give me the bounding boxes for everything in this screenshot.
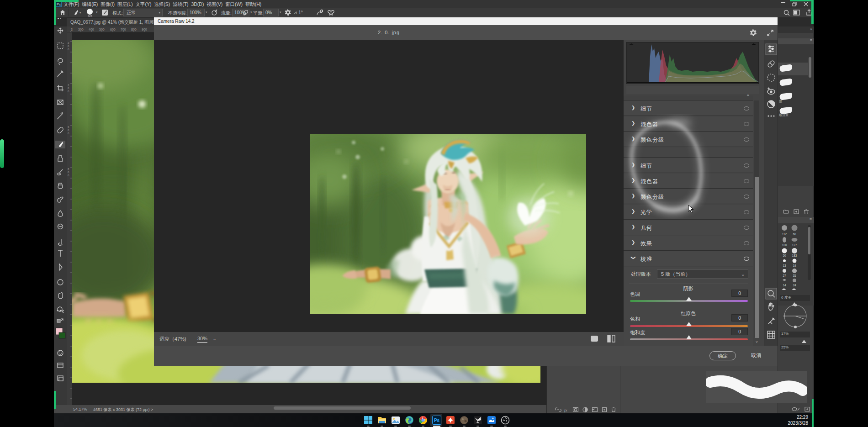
svg-text:60: 60: [793, 232, 796, 236]
svg-text:3: 3: [71, 28, 73, 31]
svg-text:0: 0: [68, 129, 69, 132]
svg-text:13: 13: [783, 264, 786, 267]
svg-text:2: 2: [68, 42, 69, 44]
svg-text:0: 0: [68, 90, 69, 93]
svg-text:183: 183: [792, 254, 797, 257]
svg-text:300: 300: [78, 28, 84, 31]
svg-text:600: 600: [110, 28, 116, 31]
svg-text:800: 800: [131, 28, 137, 31]
svg-text:0: 0: [68, 87, 69, 90]
svg-text:6: 6: [68, 126, 69, 128]
svg-text:700: 700: [121, 28, 126, 31]
svg-text:0: 0: [68, 132, 69, 135]
svg-text:112: 112: [782, 232, 787, 236]
svg-text:14: 14: [783, 284, 786, 287]
svg-text:4: 4: [68, 84, 69, 86]
svg-text:0: 0: [68, 171, 69, 174]
svg-text:35: 35: [793, 274, 796, 277]
svg-text:900: 900: [142, 28, 147, 31]
svg-text:19: 19: [793, 264, 796, 267]
svg-text:50: 50: [783, 254, 786, 257]
svg-text:127: 127: [792, 243, 797, 247]
svg-text:24: 24: [793, 284, 796, 287]
svg-text:度: 度: [779, 100, 782, 103]
svg-text:400: 400: [89, 28, 94, 31]
svg-text:0: 0: [68, 45, 69, 47]
svg-text:0: 0: [68, 48, 69, 51]
svg-text:500: 500: [99, 28, 105, 31]
svg-text:27: 27: [783, 274, 786, 277]
svg-text:fx: fx: [564, 408, 567, 412]
svg-text:8: 8: [68, 168, 69, 170]
svg-text:0: 0: [68, 174, 69, 177]
svg-text:般流量: 般流量: [779, 113, 789, 117]
svg-text:Ps: Ps: [434, 418, 440, 423]
svg-text:100: 100: [782, 243, 787, 247]
